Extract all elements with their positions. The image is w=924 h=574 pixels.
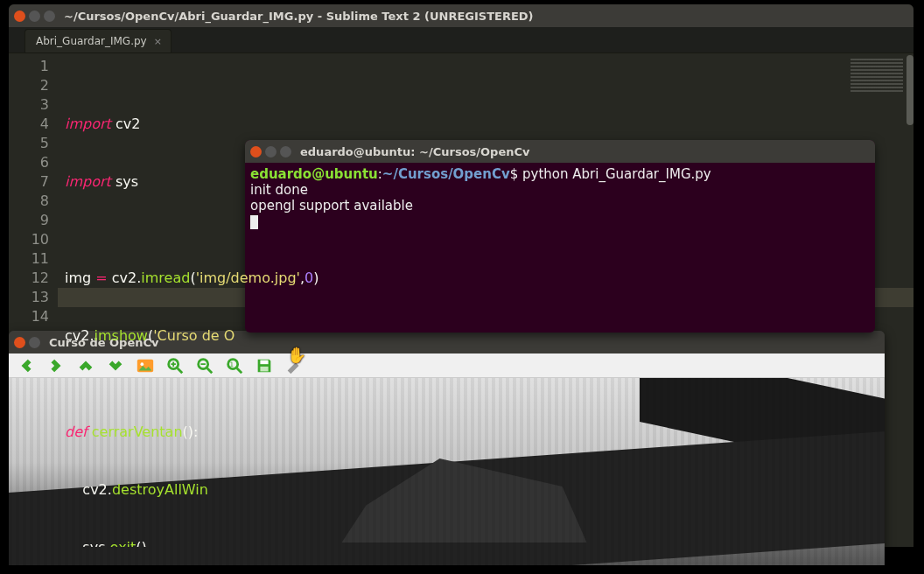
terminal-cursor [250,215,258,229]
window-title: eduardo@ubuntu: ~/Cursos/OpenCv [300,145,530,158]
arrow-left-icon[interactable] [16,355,37,376]
image-canvas[interactable] [9,378,885,565]
arrow-up-icon[interactable] [75,355,96,376]
tab-label: Abri_Guardar_IMG.py [36,35,147,47]
svg-rect-13 [260,366,268,371]
terminal-line: opengl support available [250,198,870,214]
image-icon[interactable] [135,355,156,376]
zoom-fit-icon[interactable]: 1 [224,355,245,376]
maximize-icon[interactable] [280,146,291,158]
maximize-icon[interactable] [44,10,55,22]
svg-line-7 [207,368,213,373]
svg-text:1: 1 [230,360,234,368]
terminal-body[interactable]: eduardo@ubuntu:~/Cursos/OpenCv$ python A… [245,163,875,233]
close-icon[interactable] [14,337,25,348]
minimap[interactable] [850,59,903,94]
hand-cursor-icon: ✋ [287,346,306,364]
svg-rect-12 [260,360,268,364]
sublime-titlebar[interactable]: ~/Cursos/OpenCv/Abri_Guardar_IMG.py - Su… [9,4,914,27]
window-controls [14,10,55,22]
svg-line-3 [178,368,183,373]
close-icon[interactable] [14,10,25,22]
window-title: ~/Cursos/OpenCv/Abri_Guardar_IMG.py - Su… [64,10,534,23]
terminal-line: eduardo@ubuntu:~/Cursos/OpenCv$ python A… [250,166,870,182]
zoom-out-icon[interactable] [194,355,215,376]
save-icon[interactable] [254,355,275,376]
arrow-down-icon[interactable] [105,355,126,376]
tab-close-icon[interactable]: × [154,36,162,47]
minimize-icon[interactable] [29,337,40,348]
arrow-right-icon[interactable] [46,355,66,376]
opencv-image-window: Curso de OpenCv 1 [9,331,885,565]
minimize-icon[interactable] [29,10,40,22]
tab-bar: Abri_Guardar_IMG.py × [9,27,914,53]
window-controls [14,337,40,348]
svg-line-10 [237,368,242,373]
terminal-titlebar[interactable]: eduardo@ubuntu: ~/Cursos/OpenCv [245,140,875,163]
tab-file[interactable]: Abri_Guardar_IMG.py × [24,29,172,52]
window-controls [250,146,291,158]
terminal-line: init done [250,182,870,198]
minimize-icon[interactable] [265,146,276,158]
terminal-window: eduardo@ubuntu: ~/Cursos/OpenCv eduardo@… [245,140,875,332]
close-icon[interactable] [250,146,262,158]
zoom-in-icon[interactable] [164,355,186,376]
svg-point-1 [141,362,144,366]
cv-toolbar: 1 [9,354,885,378]
